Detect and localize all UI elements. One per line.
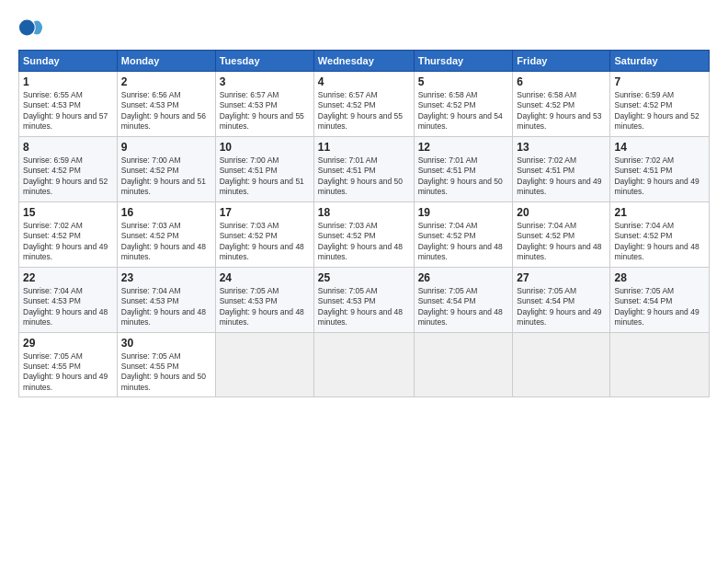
day-info: Sunrise: 7:03 AMSunset: 4:52 PMDaylight:… [121,221,211,263]
day-info: Sunrise: 7:02 AMSunset: 4:52 PMDaylight:… [23,221,113,263]
calendar-cell: 12Sunrise: 7:01 AMSunset: 4:51 PMDayligh… [414,136,513,201]
day-number: 8 [23,141,113,154]
weekday-header-sunday: Sunday [19,51,118,72]
calendar-cell: 16Sunrise: 7:03 AMSunset: 4:52 PMDayligh… [117,201,215,267]
day-info: Sunrise: 7:02 AMSunset: 4:51 PMDaylight:… [614,155,705,198]
day-info: Sunrise: 7:05 AMSunset: 4:55 PMDaylight:… [23,351,113,394]
day-number: 11 [318,141,410,154]
day-number: 28 [614,271,705,284]
day-info: Sunrise: 7:04 AMSunset: 4:53 PMDaylight:… [121,286,211,328]
day-info: Sunrise: 7:01 AMSunset: 4:51 PMDaylight:… [318,155,410,198]
day-info: Sunrise: 7:05 AMSunset: 4:55 PMDaylight:… [121,351,211,394]
day-info: Sunrise: 6:57 AMSunset: 4:52 PMDaylight:… [318,90,410,132]
day-info: Sunrise: 7:05 AMSunset: 4:53 PMDaylight:… [220,286,310,328]
weekday-header-wednesday: Wednesday [313,51,414,72]
day-info: Sunrise: 7:03 AMSunset: 4:52 PMDaylight:… [318,221,410,263]
calendar-cell: 19Sunrise: 7:04 AMSunset: 4:52 PMDayligh… [414,201,513,267]
calendar-cell: 1Sunrise: 6:55 AMSunset: 4:53 PMDaylight… [19,72,118,137]
day-info: Sunrise: 7:04 AMSunset: 4:53 PMDaylight:… [23,286,113,328]
day-number: 30 [121,337,211,350]
calendar-cell: 25Sunrise: 7:05 AMSunset: 4:53 PMDayligh… [313,267,414,332]
calendar: SundayMondayTuesdayWednesdayThursdayFrid… [18,50,710,397]
weekday-header-friday: Friday [513,51,610,72]
day-number: 16 [121,206,211,219]
calendar-cell [313,332,414,397]
weekday-header-monday: Monday [117,51,215,72]
header [18,15,710,40]
calendar-cell: 2Sunrise: 6:56 AMSunset: 4:53 PMDaylight… [117,72,215,137]
calendar-cell: 10Sunrise: 7:00 AMSunset: 4:51 PMDayligh… [215,136,313,201]
day-number: 22 [23,271,113,284]
day-info: Sunrise: 7:05 AMSunset: 4:54 PMDaylight:… [517,286,606,328]
day-info: Sunrise: 6:59 AMSunset: 4:52 PMDaylight:… [614,90,705,132]
weekday-header-tuesday: Tuesday [215,51,313,72]
calendar-cell [414,332,513,397]
calendar-cell: 17Sunrise: 7:03 AMSunset: 4:52 PMDayligh… [215,201,313,267]
calendar-cell: 20Sunrise: 7:04 AMSunset: 4:52 PMDayligh… [513,201,610,267]
day-number: 19 [418,206,509,219]
calendar-cell: 14Sunrise: 7:02 AMSunset: 4:51 PMDayligh… [610,136,710,201]
day-info: Sunrise: 7:05 AMSunset: 4:53 PMDaylight:… [318,286,410,328]
day-info: Sunrise: 7:04 AMSunset: 4:52 PMDaylight:… [517,221,606,263]
logo [18,15,46,40]
day-number: 3 [220,75,310,88]
calendar-cell: 29Sunrise: 7:05 AMSunset: 4:55 PMDayligh… [19,332,118,397]
day-info: Sunrise: 6:58 AMSunset: 4:52 PMDaylight:… [418,90,509,132]
day-number: 14 [614,141,705,154]
day-number: 25 [318,271,410,284]
day-number: 4 [318,75,410,88]
calendar-cell: 24Sunrise: 7:05 AMSunset: 4:53 PMDayligh… [215,267,313,332]
calendar-cell: 27Sunrise: 7:05 AMSunset: 4:54 PMDayligh… [513,267,610,332]
calendar-cell: 13Sunrise: 7:02 AMSunset: 4:51 PMDayligh… [513,136,610,201]
day-number: 24 [220,271,310,284]
day-info: Sunrise: 6:59 AMSunset: 4:52 PMDaylight:… [23,155,113,198]
day-number: 1 [23,75,113,88]
calendar-cell: 5Sunrise: 6:58 AMSunset: 4:52 PMDaylight… [414,72,513,137]
day-number: 20 [517,206,606,219]
svg-point-0 [19,20,35,36]
day-number: 27 [517,271,606,284]
day-number: 18 [318,206,410,219]
day-number: 26 [418,271,509,284]
calendar-cell: 21Sunrise: 7:04 AMSunset: 4:52 PMDayligh… [610,201,710,267]
day-number: 7 [614,75,705,88]
day-info: Sunrise: 7:05 AMSunset: 4:54 PMDaylight:… [614,286,705,328]
day-info: Sunrise: 6:58 AMSunset: 4:52 PMDaylight:… [517,90,606,132]
day-info: Sunrise: 6:55 AMSunset: 4:53 PMDaylight:… [23,90,113,132]
day-info: Sunrise: 7:02 AMSunset: 4:51 PMDaylight:… [517,155,606,198]
day-info: Sunrise: 7:01 AMSunset: 4:51 PMDaylight:… [418,155,509,198]
calendar-cell: 4Sunrise: 6:57 AMSunset: 4:52 PMDaylight… [313,72,414,137]
day-number: 17 [220,206,310,219]
day-info: Sunrise: 7:00 AMSunset: 4:52 PMDaylight:… [121,155,211,198]
day-number: 13 [517,141,606,154]
calendar-cell [215,332,313,397]
day-number: 6 [517,75,606,88]
day-info: Sunrise: 6:56 AMSunset: 4:53 PMDaylight:… [121,90,211,132]
day-number: 15 [23,206,113,219]
logo-icon [18,15,44,40]
calendar-cell: 22Sunrise: 7:04 AMSunset: 4:53 PMDayligh… [19,267,118,332]
day-number: 9 [121,141,211,154]
calendar-cell: 9Sunrise: 7:00 AMSunset: 4:52 PMDaylight… [117,136,215,201]
day-info: Sunrise: 7:04 AMSunset: 4:52 PMDaylight:… [418,221,509,263]
day-number: 29 [23,337,113,350]
day-number: 21 [614,206,705,219]
calendar-cell: 6Sunrise: 6:58 AMSunset: 4:52 PMDaylight… [513,72,610,137]
calendar-cell: 3Sunrise: 6:57 AMSunset: 4:53 PMDaylight… [215,72,313,137]
day-number: 23 [121,271,211,284]
weekday-header-saturday: Saturday [610,51,710,72]
weekday-header-thursday: Thursday [414,51,513,72]
calendar-cell: 11Sunrise: 7:01 AMSunset: 4:51 PMDayligh… [313,136,414,201]
day-info: Sunrise: 7:04 AMSunset: 4:52 PMDaylight:… [614,221,705,263]
day-info: Sunrise: 7:00 AMSunset: 4:51 PMDaylight:… [220,155,310,198]
day-info: Sunrise: 6:57 AMSunset: 4:53 PMDaylight:… [220,90,310,132]
calendar-cell: 18Sunrise: 7:03 AMSunset: 4:52 PMDayligh… [313,201,414,267]
calendar-cell: 8Sunrise: 6:59 AMSunset: 4:52 PMDaylight… [19,136,118,201]
day-number: 12 [418,141,509,154]
calendar-cell: 30Sunrise: 7:05 AMSunset: 4:55 PMDayligh… [117,332,215,397]
calendar-cell: 23Sunrise: 7:04 AMSunset: 4:53 PMDayligh… [117,267,215,332]
day-info: Sunrise: 7:05 AMSunset: 4:54 PMDaylight:… [418,286,509,328]
day-number: 5 [418,75,509,88]
calendar-cell [513,332,610,397]
calendar-cell: 26Sunrise: 7:05 AMSunset: 4:54 PMDayligh… [414,267,513,332]
